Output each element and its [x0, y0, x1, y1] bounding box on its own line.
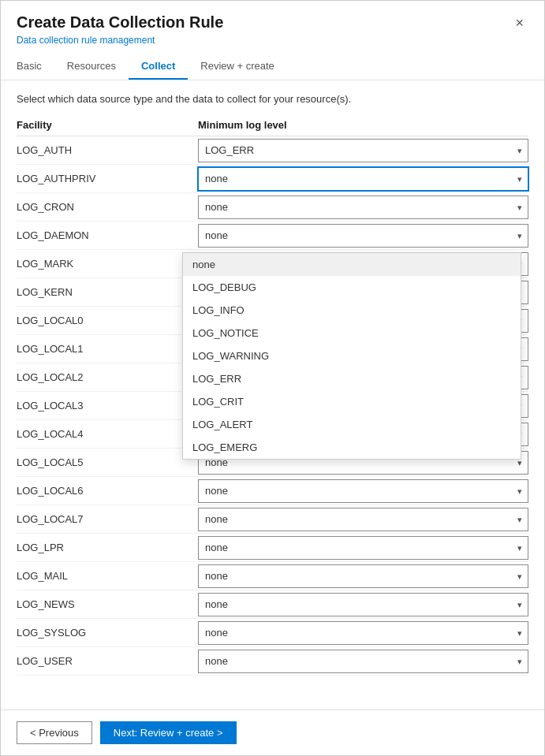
select-wrapper: noneLOG_DEBUGLOG_INFOLOG_NOTICELOG_WARNI…: [198, 139, 528, 162]
log-level-select[interactable]: noneLOG_DEBUGLOG_INFOLOG_NOTICELOG_WARNI…: [198, 621, 528, 645]
dropdown-item[interactable]: none: [183, 253, 521, 276]
table-row: LOG_LPRnoneLOG_DEBUGLOG_INFOLOG_NOTICELO…: [17, 534, 528, 562]
table-row: LOG_LOCAL7noneLOG_DEBUGLOG_INFOLOG_NOTIC…: [17, 505, 528, 534]
dialog-subtitle: Data collection rule management: [17, 35, 528, 46]
facility-name: LOG_MAIL: [17, 565, 198, 587]
facility-name: LOG_AUTHPRIV: [17, 168, 198, 189]
select-wrapper: noneLOG_DEBUGLOG_INFOLOG_NOTICELOG_WARNI…: [198, 196, 528, 219]
tab-resources[interactable]: Resources: [54, 54, 129, 80]
table-row: LOG_AUTHnoneLOG_DEBUGLOG_INFOLOG_NOTICEL…: [17, 136, 528, 165]
select-wrapper: noneLOG_DEBUGLOG_INFOLOG_NOTICELOG_WARNI…: [198, 167, 528, 191]
facility-name: LOG_LOCAL4: [17, 423, 198, 445]
facility-name: LOG_LOCAL0: [17, 310, 198, 331]
create-data-collection-dialog: Create Data Collection Rule × Data colle…: [0, 0, 545, 756]
dialog-header: Create Data Collection Rule × Data colle…: [1, 1, 544, 80]
facility-name: LOG_USER: [17, 650, 198, 672]
dialog-title: Create Data Collection Rule: [17, 13, 223, 32]
log-level-select[interactable]: noneLOG_DEBUGLOG_INFOLOG_NOTICELOG_WARNI…: [198, 508, 528, 531]
log-level-select[interactable]: noneLOG_DEBUGLOG_INFOLOG_NOTICELOG_WARNI…: [198, 564, 528, 588]
dropdown-item[interactable]: LOG_CRIT: [183, 390, 521, 413]
select-wrapper: noneLOG_DEBUGLOG_INFOLOG_NOTICELOG_WARNI…: [198, 564, 528, 588]
dropdown-item[interactable]: LOG_ALERT: [183, 413, 521, 436]
facility-name: LOG_LOCAL6: [17, 480, 198, 501]
description-text: Select which data source type and the da…: [17, 93, 528, 105]
col-minlog-header: Minimum log level: [198, 119, 528, 131]
dropdown-item[interactable]: LOG_INFO: [183, 299, 521, 322]
table-row: LOG_CRONnoneLOG_DEBUGLOG_INFOLOG_NOTICEL…: [17, 193, 528, 222]
dropdown-item[interactable]: LOG_EMERG: [183, 436, 521, 459]
facility-name: LOG_KERN: [17, 281, 198, 303]
select-wrapper: noneLOG_DEBUGLOG_INFOLOG_NOTICELOG_WARNI…: [198, 621, 528, 645]
facility-name: LOG_CRON: [17, 196, 198, 218]
facility-name: LOG_AUTH: [17, 140, 198, 161]
next-button[interactable]: Next: Review + create >: [100, 721, 237, 744]
dropdown-item[interactable]: LOG_DEBUG: [183, 276, 521, 299]
tab-bar: Basic Resources Collect Review + create: [17, 54, 528, 80]
table-row: LOG_MAILnoneLOG_DEBUGLOG_INFOLOG_NOTICEL…: [17, 562, 528, 590]
title-row: Create Data Collection Rule ×: [17, 13, 528, 33]
facility-name: LOG_LOCAL3: [17, 395, 198, 416]
facility-name: LOG_LOCAL1: [17, 338, 198, 359]
log-level-select[interactable]: noneLOG_DEBUGLOG_INFOLOG_NOTICELOG_WARNI…: [198, 167, 528, 191]
table-row: LOG_NEWSnoneLOG_DEBUGLOG_INFOLOG_NOTICEL…: [17, 590, 528, 619]
close-button[interactable]: ×: [510, 13, 528, 33]
facility-name: LOG_LOCAL2: [17, 367, 198, 388]
facility-name: LOG_LOCAL7: [17, 508, 198, 530]
facility-name: LOG_MARK: [17, 253, 198, 274]
tab-review-create[interactable]: Review + create: [188, 54, 287, 80]
table-row: LOG_USERnoneLOG_DEBUGLOG_INFOLOG_NOTICEL…: [17, 647, 528, 676]
table-row: LOG_LOCAL6noneLOG_DEBUGLOG_INFOLOG_NOTIC…: [17, 477, 528, 505]
log-level-select[interactable]: noneLOG_DEBUGLOG_INFOLOG_NOTICELOG_WARNI…: [198, 650, 528, 673]
dropdown-item[interactable]: LOG_NOTICE: [183, 322, 521, 344]
facility-name: LOG_LPR: [17, 537, 198, 558]
log-level-dropdown[interactable]: noneLOG_DEBUGLOG_INFOLOG_NOTICELOG_WARNI…: [182, 252, 521, 460]
table-header: Facility Minimum log level: [17, 116, 528, 136]
dropdown-item[interactable]: LOG_WARNING: [183, 344, 521, 367]
table-row: LOG_DAEMONnoneLOG_DEBUGLOG_INFOLOG_NOTIC…: [17, 222, 528, 250]
select-wrapper: noneLOG_DEBUGLOG_INFOLOG_NOTICELOG_WARNI…: [198, 224, 528, 248]
facility-name: LOG_NEWS: [17, 594, 198, 615]
log-level-select[interactable]: noneLOG_DEBUGLOG_INFOLOG_NOTICELOG_WARNI…: [198, 224, 528, 248]
table-row: LOG_AUTHPRIVnoneLOG_DEBUGLOG_INFOLOG_NOT…: [17, 165, 528, 193]
select-wrapper: noneLOG_DEBUGLOG_INFOLOG_NOTICELOG_WARNI…: [198, 536, 528, 560]
facility-name: LOG_LOCAL5: [17, 452, 198, 473]
previous-button[interactable]: < Previous: [17, 721, 92, 744]
log-level-select[interactable]: noneLOG_DEBUGLOG_INFOLOG_NOTICELOG_WARNI…: [198, 196, 528, 219]
facility-name: LOG_SYSLOG: [17, 622, 198, 643]
col-facility-header: Facility: [17, 119, 198, 131]
log-level-select[interactable]: noneLOG_DEBUGLOG_INFOLOG_NOTICELOG_WARNI…: [198, 139, 528, 162]
select-wrapper: noneLOG_DEBUGLOG_INFOLOG_NOTICELOG_WARNI…: [198, 650, 528, 673]
log-level-select[interactable]: noneLOG_DEBUGLOG_INFOLOG_NOTICELOG_WARNI…: [198, 593, 528, 616]
tab-basic[interactable]: Basic: [17, 54, 54, 80]
select-wrapper: noneLOG_DEBUGLOG_INFOLOG_NOTICELOG_WARNI…: [198, 593, 528, 616]
log-level-select[interactable]: noneLOG_DEBUGLOG_INFOLOG_NOTICELOG_WARNI…: [198, 536, 528, 560]
dropdown-item[interactable]: LOG_ERR: [183, 367, 521, 390]
facility-name: LOG_DAEMON: [17, 225, 198, 246]
dialog-footer: < Previous Next: Review + create >: [1, 709, 544, 755]
dialog-body: Select which data source type and the da…: [1, 80, 544, 709]
select-wrapper: noneLOG_DEBUGLOG_INFOLOG_NOTICELOG_WARNI…: [198, 508, 528, 531]
log-level-select[interactable]: noneLOG_DEBUGLOG_INFOLOG_NOTICELOG_WARNI…: [198, 479, 528, 503]
table-row: LOG_SYSLOGnoneLOG_DEBUGLOG_INFOLOG_NOTIC…: [17, 619, 528, 647]
select-wrapper: noneLOG_DEBUGLOG_INFOLOG_NOTICELOG_WARNI…: [198, 479, 528, 503]
tab-collect[interactable]: Collect: [129, 54, 188, 80]
